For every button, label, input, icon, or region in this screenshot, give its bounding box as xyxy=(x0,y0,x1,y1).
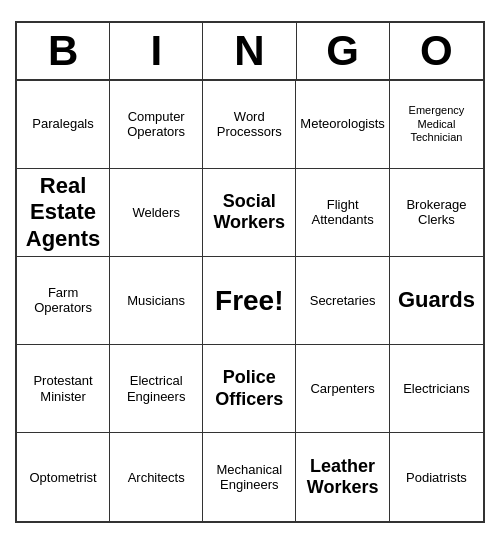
bingo-cell-15: Protestant Minister xyxy=(17,345,110,433)
bingo-cell-23: Leather Workers xyxy=(296,433,390,521)
bingo-header: BINGO xyxy=(17,23,483,81)
bingo-cell-21: Architects xyxy=(110,433,203,521)
bingo-cell-13: Secretaries xyxy=(296,257,390,345)
bingo-cell-6: Welders xyxy=(110,169,203,257)
bingo-cell-12: Free! xyxy=(203,257,296,345)
bingo-cell-3: Meteorologists xyxy=(296,81,390,169)
bingo-cell-0: Paralegals xyxy=(17,81,110,169)
header-letter-n: N xyxy=(203,23,296,79)
bingo-cell-14: Guards xyxy=(390,257,483,345)
bingo-cell-5: Real Estate Agents xyxy=(17,169,110,257)
bingo-cell-24: Podiatrists xyxy=(390,433,483,521)
bingo-cell-22: Mechanical Engineers xyxy=(203,433,296,521)
bingo-cell-10: Farm Operators xyxy=(17,257,110,345)
bingo-cell-18: Carpenters xyxy=(296,345,390,433)
bingo-cell-11: Musicians xyxy=(110,257,203,345)
bingo-cell-16: Electrical Engineers xyxy=(110,345,203,433)
bingo-cell-1: Computer Operators xyxy=(110,81,203,169)
bingo-cell-4: Emergency Medical Technician xyxy=(390,81,483,169)
header-letter-b: B xyxy=(17,23,110,79)
bingo-cell-9: Brokerage Clerks xyxy=(390,169,483,257)
bingo-card: BINGO ParalegalsComputer OperatorsWord P… xyxy=(15,21,485,524)
bingo-grid: ParalegalsComputer OperatorsWord Process… xyxy=(17,81,483,522)
header-letter-i: I xyxy=(110,23,203,79)
bingo-cell-17: Police Officers xyxy=(203,345,296,433)
bingo-cell-20: Optometrist xyxy=(17,433,110,521)
bingo-cell-2: Word Processors xyxy=(203,81,296,169)
header-letter-o: O xyxy=(390,23,483,79)
bingo-cell-7: Social Workers xyxy=(203,169,296,257)
header-letter-g: G xyxy=(297,23,390,79)
bingo-cell-8: Flight Attendants xyxy=(296,169,390,257)
bingo-cell-19: Electricians xyxy=(390,345,483,433)
